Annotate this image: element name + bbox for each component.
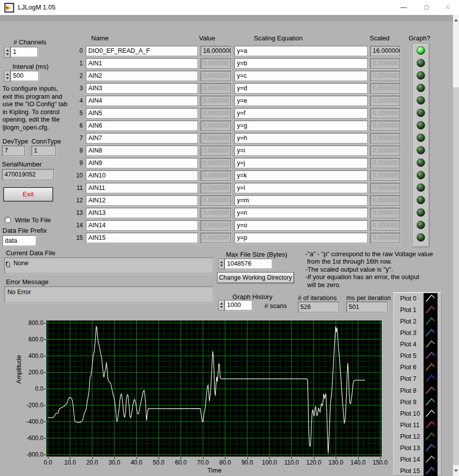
legend-line-sample-icon[interactable]: [424, 443, 438, 453]
graph-history-stepper[interactable]: [218, 300, 225, 311]
channels-stepper[interactable]: [4, 47, 10, 58]
legend-line-sample-icon[interactable]: [424, 385, 438, 396]
close-button[interactable]: ✕: [436, 0, 459, 15]
scaling-equation-input[interactable]: y=d: [234, 83, 368, 94]
scaling-equation-input[interactable]: y=p: [234, 233, 368, 243]
title-bar[interactable]: LJLogM 1.05 — □ ✕: [0, 0, 459, 15]
graph-led[interactable]: [417, 84, 425, 92]
minimize-button[interactable]: —: [392, 0, 415, 15]
graph-led[interactable]: [417, 109, 425, 117]
legend-line-sample-icon[interactable]: [424, 293, 438, 304]
graph-led[interactable]: [417, 146, 425, 155]
channel-name-input[interactable]: AIN3: [86, 83, 198, 94]
change-working-directory-button[interactable]: Change Working Directory: [217, 272, 294, 283]
interval-input[interactable]: 500: [10, 71, 39, 81]
graph-led[interactable]: [417, 208, 425, 217]
graph-led[interactable]: [417, 221, 425, 229]
path-browse-icon[interactable]: [6, 263, 10, 267]
legend-line-sample-icon[interactable]: [424, 339, 438, 349]
channel-name-input[interactable]: AIN9: [86, 158, 198, 168]
scaling-equation-input[interactable]: y=a: [234, 46, 368, 56]
vertical-scrollbar[interactable]: [453, 15, 459, 476]
legend-plot-label[interactable]: Plot 1: [400, 306, 423, 314]
scaling-equation-input[interactable]: y=i: [234, 146, 368, 156]
channel-name-input[interactable]: AIN5: [86, 108, 198, 119]
legend-line-sample-icon[interactable]: [424, 316, 438, 326]
write-to-file-radio[interactable]: [4, 217, 11, 223]
legend-plot-label[interactable]: Plot 7: [400, 375, 423, 382]
graph-led[interactable]: [417, 159, 425, 167]
legend-plot-label[interactable]: Plot 14: [400, 456, 423, 463]
legend-line-sample-icon[interactable]: [424, 305, 438, 315]
graph-led[interactable]: [417, 59, 425, 67]
legend-plot-label[interactable]: Plot 6: [400, 363, 423, 371]
scaling-equation-input[interactable]: y=l: [234, 183, 368, 193]
graph-led[interactable]: [417, 71, 425, 80]
scaling-equation-input[interactable]: y=g: [234, 121, 368, 131]
scaling-equation-input[interactable]: y=m: [234, 195, 368, 206]
scaling-equation-input[interactable]: y=f: [234, 108, 368, 119]
channel-name-input[interactable]: AIN4: [86, 96, 198, 106]
legend-line-sample-icon[interactable]: [424, 466, 438, 476]
chevron-down-icon[interactable]: [454, 470, 458, 472]
graph-led[interactable]: [417, 233, 425, 242]
graph-history-input[interactable]: 1000: [225, 300, 252, 311]
legend-line-sample-icon[interactable]: [424, 327, 438, 338]
graph-led[interactable]: [417, 121, 425, 130]
legend-line-sample-icon[interactable]: [424, 420, 438, 430]
legend-line-sample-icon[interactable]: [424, 362, 438, 372]
scaling-equation-input[interactable]: y=b: [234, 58, 368, 69]
graph-led[interactable]: [417, 46, 425, 55]
waveform-graph[interactable]: [46, 320, 382, 457]
legend-plot-label[interactable]: Plot 15: [400, 467, 423, 475]
legend-line-sample-icon[interactable]: [424, 431, 438, 442]
channels-input[interactable]: 1: [10, 47, 38, 57]
legend-plot-label[interactable]: Plot 3: [400, 329, 423, 336]
channel-name-input[interactable]: AIN11: [86, 183, 198, 193]
graph-led[interactable]: [417, 196, 425, 204]
channel-name-input[interactable]: AIN6: [86, 121, 198, 131]
graph-led[interactable]: [417, 96, 425, 105]
legend-plot-label[interactable]: Plot 11: [400, 421, 423, 429]
graph-led[interactable]: [417, 134, 425, 142]
legend-plot-label[interactable]: Plot 4: [400, 340, 423, 348]
channel-name-input[interactable]: DIO0_EF_READ_A_F: [86, 46, 198, 56]
channel-name-input[interactable]: AIN8: [86, 146, 198, 156]
maximize-button[interactable]: □: [415, 0, 438, 15]
legend-line-sample-icon[interactable]: [424, 373, 438, 384]
max-file-size-stepper[interactable]: [218, 259, 225, 269]
legend-plot-label[interactable]: Plot 13: [400, 444, 423, 452]
channel-name-input[interactable]: AIN2: [86, 71, 198, 81]
channel-name-input[interactable]: AIN12: [86, 195, 198, 206]
scaling-equation-input[interactable]: y=n: [234, 208, 368, 218]
channel-name-input[interactable]: AIN14: [86, 220, 198, 231]
channel-name-input[interactable]: AIN1: [86, 58, 198, 69]
data-file-prefix-input[interactable]: data: [2, 235, 36, 246]
legend-line-sample-icon[interactable]: [424, 454, 438, 465]
graph-led[interactable]: [417, 183, 425, 192]
channel-name-input[interactable]: AIN13: [86, 208, 198, 218]
scrollbar-thumb[interactable]: [453, 87, 459, 465]
legend-plot-label[interactable]: Plot 0: [400, 295, 423, 302]
legend-plot-label[interactable]: Plot 10: [400, 410, 423, 417]
legend-plot-label[interactable]: Plot 5: [400, 352, 423, 359]
legend-plot-label[interactable]: Plot 8: [400, 387, 423, 394]
scaling-equation-input[interactable]: y=o: [234, 220, 368, 231]
channel-name-input[interactable]: AIN15: [86, 233, 198, 243]
scaling-equation-input[interactable]: y=c: [234, 71, 368, 81]
legend-plot-label[interactable]: Plot 9: [400, 398, 423, 406]
scaling-equation-input[interactable]: y=e: [234, 96, 368, 106]
legend-line-sample-icon[interactable]: [424, 397, 438, 407]
scaling-equation-input[interactable]: y=k: [234, 170, 368, 181]
chevron-up-icon[interactable]: [454, 19, 458, 21]
channel-name-input[interactable]: AIN10: [86, 170, 198, 181]
graph-led[interactable]: [417, 171, 425, 179]
channel-name-input[interactable]: AIN7: [86, 133, 198, 144]
max-file-size-input[interactable]: 1048576: [225, 259, 272, 269]
legend-line-sample-icon[interactable]: [424, 408, 438, 419]
legend-plot-label[interactable]: Plot 2: [400, 317, 423, 325]
legend-line-sample-icon[interactable]: [424, 350, 438, 361]
legend-plot-label[interactable]: Plot 12: [400, 433, 423, 440]
exit-button[interactable]: Exit: [3, 187, 53, 201]
scaling-equation-input[interactable]: y=h: [234, 133, 368, 144]
